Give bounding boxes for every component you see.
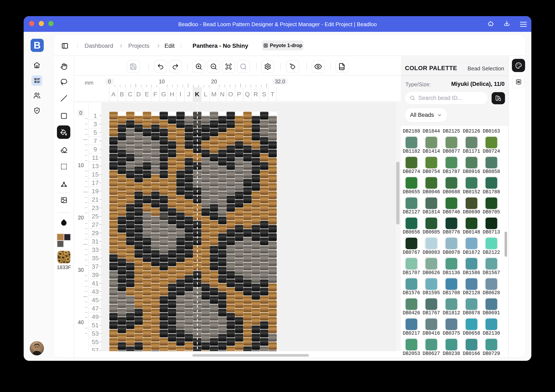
svg-text:PDF: PDF [340,67,344,69]
